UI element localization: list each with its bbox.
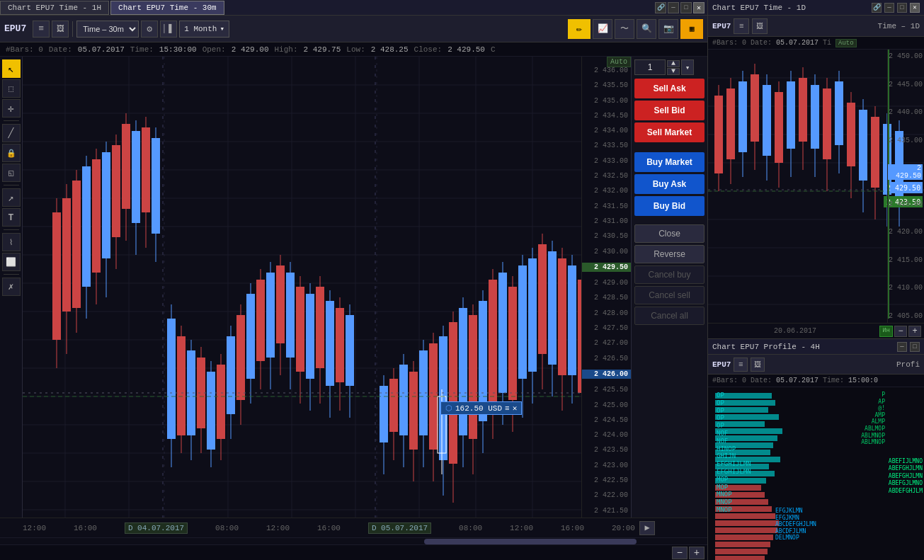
delete-tool[interactable]: ✗ xyxy=(2,278,21,296)
cancel-all-btn[interactable]: Cancel all xyxy=(634,307,705,325)
reverse-btn[interactable]: Reverse xyxy=(634,245,705,263)
svg-rect-148 xyxy=(714,96,723,173)
svg-rect-64 xyxy=(227,336,235,414)
draw-tool2[interactable]: ◱ xyxy=(2,164,21,182)
price-2432-5: 2 432.50 xyxy=(582,172,631,180)
minimize-btn[interactable]: ─ xyxy=(668,2,679,13)
close-btn[interactable]: ✕ xyxy=(693,2,705,13)
svg-rect-70 xyxy=(256,280,265,361)
chart-type-icon[interactable]: ▏▋ xyxy=(160,21,177,38)
magnify-icon[interactable]: 🔍 xyxy=(637,19,656,39)
sell-market-btn[interactable]: Sell Market xyxy=(634,122,705,142)
camera-icon[interactable]: 📷 xyxy=(658,19,678,39)
right-zoom-minus[interactable]: − xyxy=(894,326,907,337)
svg-rect-156 xyxy=(763,85,771,156)
svg-rect-126 xyxy=(558,258,566,375)
highlight-tool[interactable]: ▦ xyxy=(680,19,703,39)
hamburger-icon[interactable]: ≡ xyxy=(33,21,50,38)
qty-down-btn[interactable]: ▼ xyxy=(667,68,680,75)
svg-rect-90 xyxy=(380,386,388,442)
arrow-tool[interactable]: ↗ xyxy=(2,188,21,207)
chart-area: ↖ ⬚ ✛ ╱ 🔒 ◱ ↗ T ⌇ ⬜ ✗ xyxy=(0,57,707,518)
rect-tool[interactable]: ⬜ xyxy=(2,253,21,271)
pencil-tool[interactable]: ✏ xyxy=(568,19,591,39)
svg-rect-164 xyxy=(811,85,819,149)
right-indicator-box: Ин xyxy=(879,326,893,337)
price-2434: 2 434.00 xyxy=(582,127,631,135)
right-symbol: EPU7 xyxy=(712,22,731,30)
main-chart-canvas[interactable]: ⬡ 162.50 USD ≡ ✕ ↖ xyxy=(23,57,581,518)
crosshair-tool[interactable]: ✛ xyxy=(2,99,21,118)
close-val: 2 429.50 xyxy=(447,45,485,54)
profile-text-area: OP OP OP OP OP NOF NOF HINOP GHIJN EFGHI… xyxy=(708,387,924,560)
cancel-buy-btn[interactable]: Cancel buy xyxy=(634,265,705,284)
maximize-btn[interactable]: □ xyxy=(680,2,692,13)
buy-ask-btn[interactable]: Buy Ask xyxy=(634,174,705,194)
lock-tool[interactable]: 🔒 xyxy=(2,144,21,162)
zoom-plus-btn[interactable]: + xyxy=(689,547,705,559)
profile-titlebar: Chart EPU7 Profile - 4H ─ □ xyxy=(708,339,924,355)
profile-hamburger[interactable]: ≡ xyxy=(734,358,748,372)
right-hamburger[interactable]: ≡ xyxy=(734,18,749,34)
right-timeframe: Time – 1D xyxy=(878,22,920,30)
scroll-bar[interactable] xyxy=(0,537,707,544)
text-tool[interactable]: T xyxy=(2,208,21,227)
line-tool[interactable]: ╱ xyxy=(2,124,21,142)
cursor-tool[interactable]: ↖ xyxy=(2,59,21,78)
price-2433: 2 433.00 xyxy=(582,157,631,165)
minimize-btn2[interactable]: ─ xyxy=(884,3,894,13)
maximize-btn2[interactable]: □ xyxy=(897,3,907,13)
price-2434-5: 2 434.50 xyxy=(582,112,631,120)
profile-symbol: EPU7 xyxy=(712,360,731,369)
chart-icon[interactable]: 🖼 xyxy=(52,21,69,38)
svg-rect-84 xyxy=(326,301,334,386)
svg-rect-68 xyxy=(246,294,255,379)
tab-30m[interactable]: Chart EPU7 Time - 30m xyxy=(110,1,224,15)
right-zoom-plus[interactable]: + xyxy=(908,326,921,337)
scroll-thumb[interactable] xyxy=(424,539,637,544)
right-chart-icon[interactable]: 🖼 xyxy=(752,18,768,34)
price-axis: Auto 2 436.00 2 435.50 2 435.00 2 434.50… xyxy=(581,57,631,518)
svg-rect-166 xyxy=(823,88,831,159)
fib-tool[interactable]: ⌇ xyxy=(2,233,21,251)
zoom-minus-btn[interactable]: − xyxy=(672,547,688,559)
settings-icon[interactable]: ⚙ xyxy=(141,21,158,38)
minimize-btn3[interactable]: ─ xyxy=(897,342,907,352)
position-icon: ⬡ xyxy=(445,404,452,413)
link-icon[interactable]: 🔗 xyxy=(655,2,666,13)
period-dropdown[interactable]: 1 Month ▾ xyxy=(179,21,229,38)
quantity-input[interactable] xyxy=(634,59,666,75)
wave-icon[interactable]: 〜 xyxy=(615,19,634,39)
select-tool[interactable]: ⬚ xyxy=(2,79,21,98)
close-btn2[interactable]: ✕ xyxy=(910,3,920,13)
qty-up-btn[interactable]: ▲ xyxy=(667,60,680,67)
cancel-sell-btn[interactable]: Cancel sell xyxy=(634,286,705,304)
sell-ask-btn[interactable]: Sell Ask xyxy=(634,79,705,98)
position-edit-icon[interactable]: ≡ xyxy=(505,404,510,413)
right-chart-canvas[interactable]: 2 429.50 2 423.50 2 450.00 2 445.00 2 44… xyxy=(708,50,924,323)
tab-1h[interactable]: Chart EPU7 Time - 1H xyxy=(0,1,109,15)
profile-toolbar: EPU7 ≡ 🖼 Profi xyxy=(708,355,924,375)
qty-dropdown-btn[interactable]: ▾ xyxy=(681,59,694,75)
bar-chart-icon[interactable]: 📈 xyxy=(593,19,612,39)
svg-rect-86 xyxy=(336,308,344,382)
svg-rect-174 xyxy=(871,117,879,188)
link-icon2[interactable]: 🔗 xyxy=(872,3,882,13)
buy-market-btn[interactable]: Buy Market xyxy=(634,152,705,172)
right-auto-btn[interactable]: Auto xyxy=(835,39,857,47)
buy-bid-btn[interactable]: Buy Bid xyxy=(634,196,705,216)
price-2425-5: 2 425.50 xyxy=(582,386,631,394)
svg-rect-94 xyxy=(399,365,408,435)
svg-rect-40 xyxy=(102,152,110,258)
time-16: 16:00 xyxy=(74,524,97,532)
svg-rect-160 xyxy=(787,81,795,149)
timeframe-select[interactable]: Time – 30m Time – 1H Time – 1D xyxy=(76,21,139,38)
profile-chart-icon[interactable]: 🖼 xyxy=(751,358,765,372)
sell-bid-btn[interactable]: Sell Bid xyxy=(634,101,705,120)
maximize-btn3[interactable]: □ xyxy=(910,342,920,352)
profile-canvas[interactable]: OP OP OP OP OP NOF NOF HINOP GHIJN EFGHI… xyxy=(708,387,924,560)
scroll-right-btn[interactable]: ▶ xyxy=(639,521,655,535)
position-close-icon[interactable]: ✕ xyxy=(513,404,518,413)
close-btn-order[interactable]: Close xyxy=(634,224,705,243)
svg-rect-82 xyxy=(316,287,324,368)
